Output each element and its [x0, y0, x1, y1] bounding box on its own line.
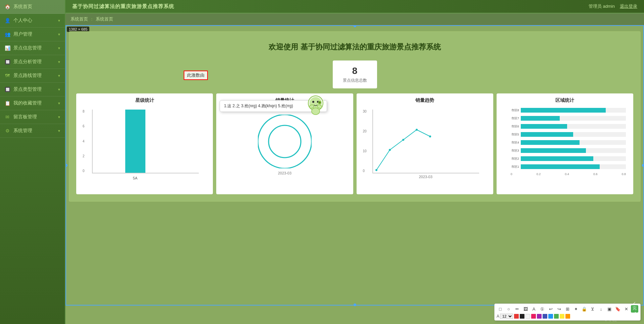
- tool-text[interactable]: A: [530, 305, 538, 313]
- mascot-svg: [305, 94, 327, 116]
- star-chart-title: 星级统计: [80, 97, 209, 104]
- svg-point-4: [312, 101, 314, 103]
- arrow-icon: ▼: [57, 19, 61, 23]
- sidebar-item-my-orders[interactable]: 📋 我的收藏管理 ▼: [0, 96, 65, 110]
- color-blue[interactable]: [548, 314, 553, 319]
- y-label-2: 2: [83, 154, 85, 158]
- hbar-row-6: 市区6: [511, 124, 626, 129]
- hbar-x-labels: 0 0.2 0.4 0.6 0.8: [511, 172, 626, 176]
- arrow-icon-8: ▼: [57, 115, 61, 119]
- tool-bookmark[interactable]: 🔖: [614, 305, 622, 313]
- tool-circle[interactable]: ○: [505, 305, 512, 313]
- donut-svg: [258, 115, 312, 168]
- hbar-label-2: 市区2: [511, 157, 519, 161]
- color-purple[interactable]: [537, 314, 542, 319]
- selection-handle-left[interactable]: [65, 164, 67, 167]
- sidebar-item-home[interactable]: 🏠 系统首页: [0, 0, 65, 14]
- breadcrumb: 系统首页 ： 系统首页: [65, 13, 644, 25]
- stat-card-scenic: 8 景点信息总数: [333, 60, 377, 88]
- hbar-row-1: 市区1: [511, 164, 626, 169]
- tool-download[interactable]: ↓: [597, 305, 605, 313]
- tool-grid[interactable]: ⊞: [564, 305, 571, 313]
- y-label-4: 4: [83, 139, 85, 143]
- sidebar-item-scenic-analysis[interactable]: 🔲 景点分析管理 ▼: [0, 55, 65, 69]
- color-pink[interactable]: [531, 314, 536, 319]
- svg-point-1: [263, 120, 306, 163]
- tool-lock[interactable]: 🔒: [581, 305, 588, 313]
- finish-button[interactable]: ✓ 完成: [631, 305, 638, 313]
- home-icon: 🏠: [4, 3, 11, 10]
- x-label-0: 0: [511, 172, 512, 176]
- annotation-text: 此激数由: [187, 73, 204, 78]
- tool-redo[interactable]: ↪: [555, 305, 563, 313]
- tool-image[interactable]: 🖼: [522, 305, 529, 313]
- x-label-04: 0.4: [565, 172, 569, 176]
- color-white[interactable]: [525, 314, 530, 319]
- sidebar-item-scenic-types[interactable]: 🔲 景点类型管理 ▼: [0, 83, 65, 96]
- hbar-track-2: [521, 156, 626, 161]
- tool-close[interactable]: ✕: [623, 305, 630, 313]
- arrow-icon-5: ▼: [57, 74, 61, 78]
- grid-icon: 🔲: [4, 58, 11, 65]
- color-green[interactable]: [554, 314, 559, 319]
- hbar-fill-3: [521, 148, 586, 153]
- type-icon: 🔲: [4, 86, 11, 93]
- toolbar-row-tools: □ ○ ✏ 🖼 A ① ↩ ↪ ⊞ ✦ 🔒 ⊻ ↓ ▣ 🔖 ✕ ✓ 完成: [497, 305, 638, 313]
- hbar-track-6: [521, 124, 626, 129]
- svg-point-12: [389, 149, 391, 151]
- x-label-08: 0.8: [622, 172, 626, 176]
- star-chart-card: 星级统计 0 2 4 6 8 5A: [76, 93, 213, 194]
- arrow-icon-3: ▼: [57, 46, 61, 50]
- selection-handle-right[interactable]: [642, 164, 644, 167]
- mascot-image: [305, 94, 328, 117]
- donut-date: 2023-03: [278, 171, 291, 175]
- hbar-fill-5: [521, 132, 573, 137]
- hbar-label-7: 市区7: [511, 116, 519, 121]
- sidebar-item-scenic-routes[interactable]: 🗺 景点路线管理 ▼: [0, 69, 65, 83]
- breadcrumb-home[interactable]: 系统首页: [71, 16, 88, 22]
- hbar-label-8: 市区8: [511, 108, 519, 113]
- tool-numbered[interactable]: ①: [539, 305, 546, 313]
- sidebar-item-profile[interactable]: 👤 个人中心 ▼: [0, 14, 65, 28]
- sidebar-item-users[interactable]: 👥 用户管理 ▼: [0, 28, 65, 41]
- font-size-select[interactable]: 12 14 16 18: [500, 314, 513, 319]
- line-date: 2023-03: [372, 175, 479, 179]
- tool-xor[interactable]: ⊻: [589, 305, 596, 313]
- tool-star[interactable]: ✦: [572, 305, 580, 313]
- tooltip-text: 1.这 2.之 3.抢(nrg) 4.跑(khqn) 5.抢(rrg): [224, 104, 293, 108]
- annotation-box[interactable]: 此激数由: [184, 71, 208, 80]
- hbar-fill-6: [521, 124, 567, 129]
- color-red[interactable]: [514, 314, 519, 319]
- tool-crop[interactable]: ▣: [606, 305, 613, 313]
- tool-rect[interactable]: □: [497, 305, 504, 313]
- color-indigo[interactable]: [543, 314, 547, 319]
- color-black[interactable]: [520, 314, 524, 319]
- color-yellow[interactable]: [560, 314, 564, 319]
- arrow-icon-2: ▼: [57, 33, 61, 36]
- sidebar-item-messages[interactable]: ✉ 留言板管理 ▼: [0, 110, 65, 124]
- logout-button[interactable]: 退出登录: [620, 3, 637, 9]
- selection-handle-bottom[interactable]: [354, 303, 356, 306]
- sidebar-item-system[interactable]: ⚙ 系统管理 ▼: [0, 124, 65, 138]
- bar-chart-area: 0 2 4 6 8 5A: [80, 106, 209, 184]
- hbar-row-2: 市区2: [511, 156, 626, 161]
- font-icon: A: [497, 314, 499, 319]
- hbar-track-3: [521, 148, 626, 153]
- line-chart-svg: [373, 110, 479, 173]
- hbar-track-5: [521, 132, 626, 137]
- selection-handle-top[interactable]: [354, 25, 356, 27]
- profile-icon: 👤: [4, 17, 11, 24]
- sidebar: 🏠 系统首页 👤 个人中心 ▼ 👥 用户管理 ▼ 📊 景点信息管理 ▼ 🔲 景点…: [0, 0, 65, 324]
- hbar-label-4: 市区4: [511, 140, 519, 145]
- topbar-title: 基于协同过滤算法的重庆旅游景点推荐系统: [72, 3, 174, 10]
- color-orange[interactable]: [565, 314, 570, 319]
- sidebar-item-scenic-info[interactable]: 📊 景点信息管理 ▼: [0, 41, 65, 55]
- svg-point-11: [375, 169, 377, 171]
- line-y-30: 30: [363, 110, 367, 113]
- breadcrumb-separator: ：: [90, 16, 94, 22]
- svg-point-14: [416, 129, 418, 131]
- hbar-row-5: 市区5: [511, 132, 626, 137]
- arrow-icon-7: ▼: [57, 102, 61, 105]
- tool-undo[interactable]: ↩: [547, 305, 554, 313]
- tool-pen[interactable]: ✏: [513, 305, 521, 313]
